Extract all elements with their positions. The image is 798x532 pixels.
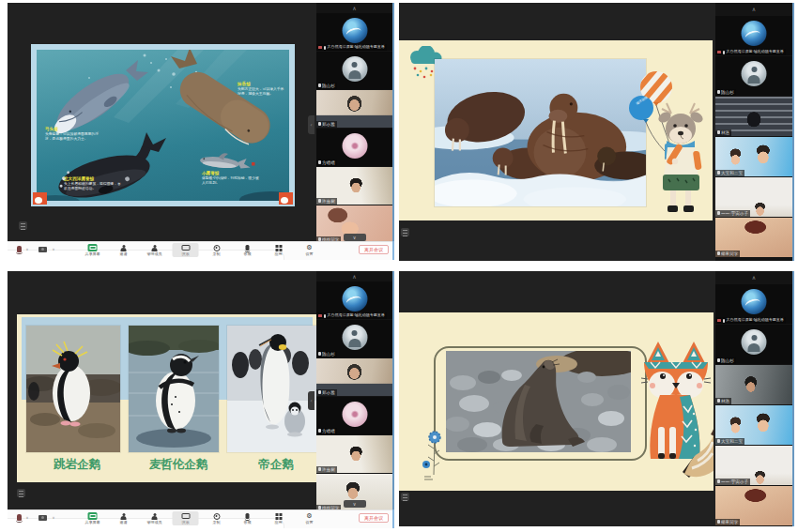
audio-button[interactable]: 音频 xyxy=(235,243,261,257)
invite-button[interactable]: 邀请 xyxy=(111,511,137,525)
panel-handle-icon[interactable] xyxy=(19,221,27,230)
audio-button[interactable]: 音频 xyxy=(235,511,261,525)
scroll-down-button[interactable]: ∨ xyxy=(344,500,366,508)
mic-icon xyxy=(717,479,720,483)
participant-tile[interactable]: 郑小雅 xyxy=(316,358,392,396)
participant-name: 方晴晴 xyxy=(322,160,335,166)
camera-caret-icon[interactable]: ∨ xyxy=(52,248,54,251)
mic-icon xyxy=(318,352,321,356)
participant-tile-host[interactable]: 大自然海洋课堂·哺乳动物专题直播 xyxy=(715,284,792,324)
presentation-button[interactable]: 演示 xyxy=(173,511,199,525)
participant-tile-host[interactable]: 大自然海洋课堂·哺乳动物专题直播 xyxy=(316,281,392,319)
shared-slide-walrus: 海洋动物 xyxy=(399,40,713,220)
participant-name: 一一·宇宙小子 xyxy=(721,211,748,217)
av-controls: ∨ ∨ xyxy=(17,246,54,252)
scroll-up-button[interactable]: ∧ xyxy=(316,271,392,281)
record-button[interactable]: 录制 xyxy=(204,243,230,257)
participant-name: 大自然海洋课堂·哺乳动物专题直播 xyxy=(328,313,385,318)
participant-label: 大自然海洋课堂·哺乳动物专题直播 xyxy=(316,44,387,51)
camera-caret-icon[interactable]: ∨ xyxy=(52,516,54,520)
participant-name: 大宝和二宝 xyxy=(721,439,743,445)
leave-meeting-button[interactable]: 离开会议 xyxy=(359,513,389,523)
audio-icon xyxy=(246,245,250,251)
toolbar-label: 邀请 xyxy=(120,521,128,524)
scroll-up-button[interactable]: ∧ xyxy=(316,3,392,13)
microphone-button[interactable] xyxy=(17,514,22,521)
participant-tile[interactable]: 陈山杉 xyxy=(715,325,792,364)
shared-slide-penguins: 跳岩企鹅 麦哲伦企鹅 帝企鹅 xyxy=(17,314,317,482)
avatar xyxy=(742,329,767,355)
monitor-icon xyxy=(181,245,190,251)
mic-caret-icon[interactable]: ∨ xyxy=(26,248,29,251)
settings-button[interactable]: ⚙ 设置 xyxy=(297,243,323,257)
participant-tile[interactable]: 林浩 xyxy=(715,365,792,404)
mic-icon xyxy=(318,122,321,126)
invite-button[interactable]: 邀请 xyxy=(111,243,137,257)
toolbar-label: 音频 xyxy=(244,252,252,256)
participant-tile[interactable]: 大宝和二宝 xyxy=(715,405,792,445)
participant-tile[interactable]: 椰果同学 xyxy=(715,486,792,525)
invite-icon xyxy=(120,244,128,251)
camera-button[interactable] xyxy=(38,515,47,521)
share-screen-button[interactable]: 共享屏幕 xyxy=(80,243,106,257)
participant-tile[interactable]: 一一·宇宙小子 xyxy=(715,177,792,217)
sidebar-collapse-tab[interactable]: ‹ xyxy=(308,115,315,134)
scroll-up-button[interactable]: ∧ xyxy=(715,271,792,284)
host-logo-avatar xyxy=(342,18,367,43)
panel-handle-icon[interactable] xyxy=(17,489,25,497)
participant-tile[interactable]: 一一·宇宙小子 xyxy=(715,446,792,485)
mic-icon xyxy=(717,251,720,255)
participant-tile[interactable]: 林浩 xyxy=(715,97,792,136)
camera-off-icon xyxy=(318,314,322,317)
microphone-button[interactable] xyxy=(17,246,22,252)
participant-tile[interactable]: 许嘉树 xyxy=(316,435,392,473)
meeting-window-whales: 弓头鲸 头骨坚硬，可以顶破海面厚厚的浮冰，是北极海里的大力士。 抹香鲸 头部方正… xyxy=(8,3,394,260)
participant-label: 大宝和二宝 xyxy=(715,170,744,177)
record-icon xyxy=(213,513,220,520)
toolbar-label: 演示 xyxy=(182,252,190,256)
scroll-up-button[interactable]: ∧ xyxy=(715,3,792,16)
presentation-button[interactable]: 演示 xyxy=(173,243,199,257)
apps-button[interactable]: 应用 xyxy=(266,511,292,525)
mic-icon xyxy=(324,314,327,318)
sidebar-collapse-tab[interactable]: ‹ xyxy=(308,391,315,410)
participant-tile[interactable]: 椰果同学 xyxy=(715,218,792,257)
whale-label-sperm: 抹香鲸 头部方正巨大，可以潜入千米深海，捕食大王乌贼。 xyxy=(238,82,284,97)
underwater-illustration: 弓头鲸 头骨坚硬，可以顶破海面厚厚的浮冰，是北极海里的大力士。 抹香鲸 头部方正… xyxy=(37,50,289,201)
participant-name: 郑小雅 xyxy=(322,390,335,396)
toolbar-actions: 共享屏幕 邀请 管理成员 演示 录制 音频 xyxy=(80,511,323,525)
camera-button[interactable] xyxy=(38,247,47,252)
toolbar-label: 录制 xyxy=(213,252,221,256)
avatar xyxy=(342,133,367,159)
participant-label: 大自然海洋课堂·哺乳动物专题直播 xyxy=(316,312,387,319)
participant-tile[interactable]: 方晴晴 xyxy=(316,129,392,166)
participant-name: 陈山杉 xyxy=(721,358,734,364)
participant-name: 方晴晴 xyxy=(322,429,335,434)
mascot-sticker xyxy=(33,192,47,205)
scroll-down-button[interactable]: ∨ xyxy=(344,234,366,241)
panel-handle-icon[interactable] xyxy=(401,228,409,236)
participant-tile[interactable]: 陈山杉 xyxy=(316,52,392,89)
record-button[interactable]: 录制 xyxy=(204,511,230,525)
participant-tile-host[interactable]: 大自然海洋课堂·哺乳动物专题直播 xyxy=(316,13,392,51)
toolbar-label: 应用 xyxy=(275,521,283,524)
participant-tile-host[interactable]: 大自然海洋课堂·哺乳动物专题直播 xyxy=(715,16,792,55)
panel-handle-icon[interactable] xyxy=(401,493,409,501)
manage-members-button[interactable]: 管理成员 xyxy=(142,243,168,257)
settings-button[interactable]: ⚙ 设置 xyxy=(297,511,323,525)
participant-tile[interactable]: 方晴晴 xyxy=(316,397,392,434)
manage-members-button[interactable]: 管理成员 xyxy=(142,511,168,525)
leave-meeting-button[interactable]: 离开会议 xyxy=(359,245,389,254)
toolbar-label: 设置 xyxy=(306,521,314,524)
participant-label: 许嘉树 xyxy=(316,198,337,205)
participant-tile[interactable]: 许嘉树 xyxy=(316,167,392,205)
mic-caret-icon[interactable]: ∨ xyxy=(26,516,29,520)
share-screen-button[interactable]: 共享屏幕 xyxy=(80,511,106,525)
participant-tile[interactable]: 陈山杉 xyxy=(715,56,792,96)
toolbar-label: 管理成员 xyxy=(147,252,162,256)
apps-button[interactable]: 应用 xyxy=(266,243,292,257)
participant-tile[interactable]: 陈山杉 xyxy=(316,320,392,357)
participant-tile[interactable]: 大宝和二宝 xyxy=(715,137,792,176)
participant-name: 椰果同学 xyxy=(721,520,738,525)
participant-tile[interactable]: 郑小雅 xyxy=(316,90,392,128)
